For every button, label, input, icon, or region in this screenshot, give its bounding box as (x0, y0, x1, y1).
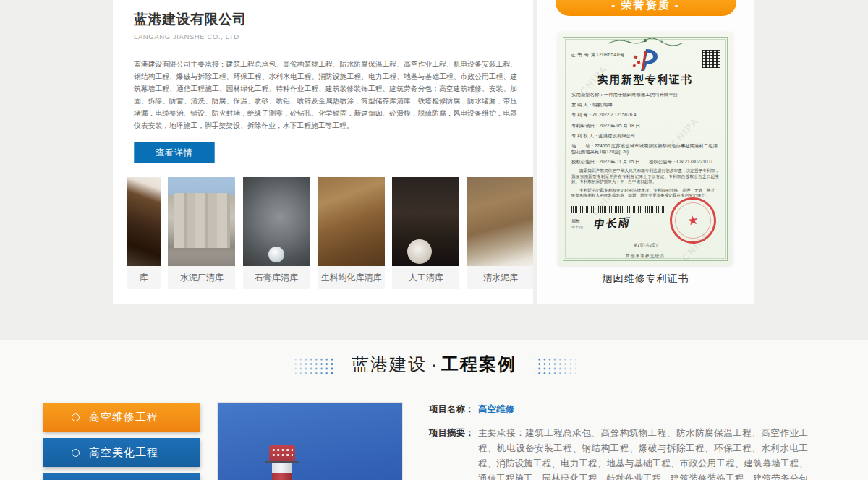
gallery-card[interactable]: 清水泥库 (467, 177, 533, 289)
director-signature: 申长雨 (593, 215, 631, 232)
certificate-field: 专利申请日：2022 年 05 月 18 日 (571, 123, 719, 129)
gallery-caption: 石膏库清库 (243, 266, 310, 289)
section-title-brand: 蓝港建设 (352, 354, 427, 374)
qr-code (702, 50, 720, 68)
menu-item-gaokong-weixiu[interactable]: 高空维修工程 (43, 403, 200, 432)
section-title-name: 工程案例 (441, 354, 516, 374)
section-title: 蓝港建设·工程案例 (352, 353, 516, 376)
certificate-caption: 烟囱维修专利证书 (537, 273, 754, 286)
gallery-photo (127, 177, 161, 266)
menu-item-label: 高空美化工程 (89, 446, 158, 460)
gallery-photo (318, 177, 385, 266)
certificate-field: 专 利 权 人：蓝港建设有限公司 (571, 133, 719, 139)
gallery-caption: 人工清库 (392, 266, 459, 289)
case-photo-chimney[interactable] (217, 402, 403, 480)
director-label: 局长 (571, 218, 583, 224)
garland-ornament (605, 38, 685, 46)
dots-decoration-right (535, 356, 576, 374)
company-description: 蓝港建设有限公司主要承接：建筑工程总承包、高耸构筑物工程、防水防腐保温工程、高空… (134, 58, 517, 132)
gallery-caption: 生料均化库清库 (318, 266, 385, 289)
chimney-illustration (269, 445, 295, 480)
gallery-card[interactable]: 水泥厂清库 (168, 177, 235, 289)
section-title-separator: · (431, 354, 437, 374)
certificate-field: 实用新型名称：一种用于烟囱维修施工的可升降平台 (571, 92, 719, 98)
menu-item-label: 高空维修工程 (89, 411, 158, 424)
certificate-paragraph: 国家知识产权局依照中华人民共和国专利法进行初步审查，决定授予专利权，颁发实用新型… (571, 168, 719, 185)
gallery-card[interactable]: 石膏库清库 (243, 177, 310, 289)
certificate-page-number: 第1页(共2页) (558, 242, 732, 249)
cnipa-logo (629, 47, 662, 73)
certificate-fields: 实用新型名称：一种用于烟囱维修施工的可升降平台 发 明 人：胡鹏;胡坤 专 利 … (571, 92, 719, 169)
honor-tab-button[interactable]: - 荣誉资质 - (556, 0, 736, 16)
menu-item-third[interactable] (43, 473, 200, 480)
project-name-link[interactable]: 高空维修 (478, 402, 514, 417)
gallery-photo (467, 177, 533, 266)
project-name-row: 项目名称： 高空维修 (429, 402, 808, 417)
honor-panel: - 荣誉资质 - 证 书 号 第12086540号 (537, 0, 754, 304)
menu-item-gaokong-meihua[interactable]: 高空美化工程 (43, 438, 200, 467)
project-summary-row: 项目摘要： 主要承接：建筑工程总承包、高耸构筑物工程、防水防腐保温工程、高空作业… (429, 426, 808, 480)
project-summary-text: 主要承接：建筑工程总承包、高耸构筑物工程、防水防腐保温工程、高空作业工程、机电设… (478, 426, 808, 480)
project-cases-section: 蓝港建设·工程案例 高空维修工程 高空美化工程 (0, 340, 868, 480)
gallery-card[interactable]: 库 (127, 177, 161, 289)
certificate-field: 发 明 人：胡鹏;胡坤 (571, 102, 719, 108)
company-panel: 蓝港建设有限公司 LANGANG JIANSHE CO., LTD 蓝港建设有限… (113, 0, 533, 304)
gallery-photo (168, 177, 235, 266)
gallery-card[interactable]: 生料均化库清库 (318, 177, 385, 289)
project-name-label: 项目名称： (429, 402, 478, 417)
director-name-printed: 申长雨 (571, 224, 583, 230)
official-seal: ★ (667, 194, 719, 247)
gallery-photo (243, 177, 310, 266)
barcode (571, 206, 664, 213)
certificate-title: 实用新型专利证书 (558, 73, 732, 87)
gallery-caption: 水泥厂清库 (168, 266, 235, 289)
certificate-footer-note: 其他事项参见续页 (558, 253, 732, 260)
certificate-number: 证 书 号 第12086540号 (571, 52, 625, 59)
circle-bullet-icon (72, 413, 80, 421)
case-category-menu: 高空维修工程 高空美化工程 (43, 403, 200, 480)
patent-certificate-image[interactable]: 证 书 号 第12086540号 实用新型专利证书 实用新型名称：一种用于烟囱维… (558, 33, 732, 265)
company-intro-section: 蓝港建设有限公司 LANGANG JIANSHE CO., LTD 蓝港建设有限… (0, 0, 868, 340)
case-details: 项目名称： 高空维修 项目摘要： 主要承接：建筑工程总承包、高耸构筑物工程、防水… (429, 402, 808, 480)
dots-decoration-left (292, 356, 333, 374)
certificate-field: 地 址：224000 江苏省盐城市城南新区新都街道办事处南港村二组海悦花园地兴苑… (571, 143, 719, 155)
signature-block: 局长 申长雨 申长雨 (571, 217, 630, 231)
gallery-card[interactable]: 人工清库 (392, 177, 459, 289)
gallery-caption: 清水泥库 (467, 266, 533, 289)
gallery-carousel[interactable]: 库 水泥厂清库 石膏库清库 生料均化库清库 人工清库 (127, 177, 533, 289)
project-summary-label: 项目摘要： (429, 426, 478, 480)
company-subtitle: LANGANG JIANSHE CO., LTD (134, 33, 533, 40)
gallery-caption: 库 (127, 266, 161, 289)
certificate-field: 授权公告日：2022 年 11 月 15 日 授权公告号：CN 21780221… (571, 159, 719, 165)
certificate-body-text: 国家知识产权局依照中华人民共和国专利法进行初步审查，决定授予专利权，颁发实用新型… (571, 168, 719, 202)
page: 蓝港建设有限公司 LANGANG JIANSHE CO., LTD 蓝港建设有限… (0, 0, 868, 480)
certificate-field: 专 利 号：ZL 2022 2 1215076.4 (571, 112, 719, 118)
section-header: 蓝港建设·工程案例 (0, 353, 868, 376)
company-title: 蓝港建设有限公司 (134, 10, 533, 29)
circle-bullet-icon (72, 449, 80, 457)
view-details-button[interactable]: 查看详情 (134, 142, 215, 163)
gallery-photo (392, 177, 459, 266)
